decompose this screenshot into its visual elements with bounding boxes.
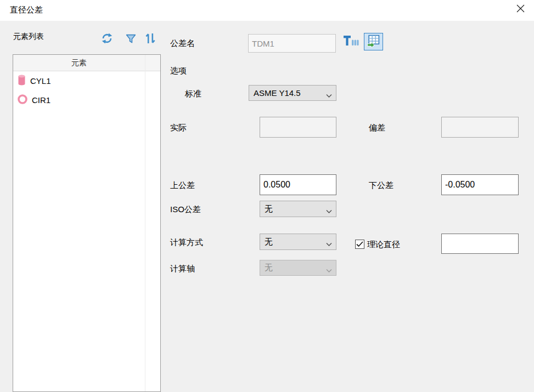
close-button[interactable] [511,1,530,18]
actual-input [260,117,336,138]
send-to-table-button[interactable] [364,33,383,50]
iso-tolerance-label: ISO公差 [170,204,201,215]
sort-icon [144,32,156,47]
element-table-header[interactable]: 元素 [13,55,160,71]
close-icon [516,4,525,15]
table-row-cir1[interactable]: CIR1 [13,90,144,110]
theoretical-diameter-input[interactable] [441,234,519,254]
iso-tolerance-select[interactable]: 无 [260,201,336,217]
element-table: 元素 CYL1 CIR1 [13,54,161,392]
refresh-icon [100,32,114,47]
refresh-button[interactable] [100,32,114,47]
element-name: CYL1 [30,76,51,86]
element-name: CIR1 [32,95,50,105]
cylinder-icon [17,74,26,88]
table-export-icon [367,34,380,50]
calc-axis-value: 无 [265,263,273,273]
chevron-down-icon [326,239,332,248]
filter-icon [125,33,137,47]
chevron-down-icon [326,206,332,215]
standard-value: ASME Y14.5 [254,88,301,98]
iso-tolerance-value: 无 [265,204,273,214]
lower-tolerance-label: 下公差 [369,180,394,191]
title-bar: 直径公差 [0,0,534,21]
deviation-input [441,117,519,138]
calc-method-select[interactable]: 无 [260,234,336,250]
checkmark-icon [356,240,363,249]
sort-button[interactable] [143,32,158,47]
filter-button[interactable] [123,33,138,47]
chevron-down-icon [326,265,332,275]
calc-axis-label: 计算轴 [170,264,195,274]
lower-tolerance-input[interactable] [441,174,519,195]
dialog-title: 直径公差 [10,0,43,20]
upper-tolerance-label: 上公差 [170,180,195,191]
tolerance-name-input[interactable] [248,34,336,53]
column-divider [145,55,145,391]
table-row-cyl1[interactable]: CYL1 [13,71,144,90]
upper-tolerance-input[interactable] [260,174,336,195]
element-list-label: 元素列表 [13,32,44,42]
element-column-header: 元素 [13,55,145,71]
theoretical-diameter-label: 理论直径 [367,240,400,250]
tolerance-name-label: 公差名 [170,38,195,49]
options-section-label: 选项 [170,66,187,76]
deviation-label: 偏差 [369,123,385,133]
calc-axis-select: 无 [260,260,336,276]
text-label-icon [344,35,359,49]
calc-method-label: 计算方式 [170,237,203,248]
diameter-tolerance-dialog: 直径公差 元素列表 [0,0,534,392]
circle-icon [17,94,28,106]
text-label-button[interactable] [343,35,359,49]
standard-select[interactable]: ASME Y14.5 [249,85,336,101]
standard-label: 标准 [185,89,201,99]
chevron-down-icon [326,90,332,100]
calc-method-value: 无 [265,237,273,247]
theoretical-diameter-checkbox[interactable] [355,240,364,249]
actual-label: 实际 [170,123,187,133]
